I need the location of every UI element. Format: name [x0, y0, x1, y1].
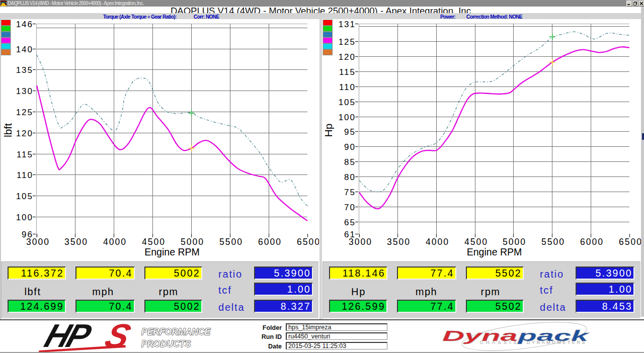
svg-text:Hp: Hp — [323, 124, 334, 137]
svg-text:100: 100 — [16, 213, 33, 222]
svg-text:110: 110 — [17, 170, 33, 180]
svg-text:4000: 4000 — [103, 237, 127, 247]
svg-text:70: 70 — [344, 203, 356, 212]
svg-text:110: 110 — [339, 82, 356, 92]
svg-text:6500: 6500 — [297, 237, 319, 247]
svg-text:Engine RPM: Engine RPM — [144, 246, 199, 257]
svg-text:115: 115 — [17, 150, 33, 159]
svg-text:146: 146 — [16, 20, 33, 29]
svg-text:125: 125 — [339, 37, 356, 47]
svg-text:5000: 5000 — [181, 237, 204, 247]
svg-text:5500: 5500 — [541, 237, 565, 247]
svg-text:4500: 4500 — [142, 237, 166, 247]
svg-text:DYNAMOMETERS: DYNAMOMETERS — [527, 340, 587, 345]
svg-text:120: 120 — [16, 129, 33, 138]
svg-text:125: 125 — [16, 108, 33, 117]
svg-text:115: 115 — [339, 67, 356, 77]
svg-text:100: 100 — [339, 113, 356, 122]
svg-text:120: 120 — [339, 52, 356, 62]
svg-text:85: 85 — [344, 157, 356, 167]
svg-text:131: 131 — [339, 20, 356, 29]
svg-text:80: 80 — [344, 172, 356, 182]
svg-text:CHASSIS: CHASSIS — [480, 340, 519, 345]
svg-text:PRODUCTS: PRODUCTS — [141, 339, 191, 349]
svg-text:90: 90 — [344, 142, 356, 152]
svg-text:105: 105 — [16, 192, 33, 201]
svg-text:Engine RPM: Engine RPM — [467, 246, 522, 257]
svg-text:4000: 4000 — [426, 237, 449, 247]
svg-text:140: 140 — [16, 45, 33, 54]
svg-text:135: 135 — [16, 65, 33, 75]
svg-text:4500: 4500 — [464, 237, 488, 247]
svg-text:6500: 6500 — [619, 237, 641, 247]
svg-text:PERFORMANCE: PERFORMANCE — [141, 327, 211, 337]
svg-text:5000: 5000 — [503, 237, 526, 247]
svg-text:6000: 6000 — [580, 237, 604, 247]
svg-text:130: 130 — [16, 86, 33, 96]
svg-text:lbft: lbft — [2, 123, 14, 137]
svg-text:95: 95 — [344, 127, 356, 137]
svg-text:3500: 3500 — [64, 237, 88, 247]
svg-text:3000: 3000 — [349, 237, 372, 247]
svg-text:3000: 3000 — [26, 237, 50, 247]
svg-text:5500: 5500 — [219, 237, 243, 247]
svg-text:65: 65 — [344, 218, 356, 227]
svg-text:6000: 6000 — [258, 237, 282, 247]
svg-text:75: 75 — [344, 188, 356, 197]
svg-text:3500: 3500 — [387, 237, 411, 247]
svg-text:105: 105 — [339, 98, 356, 107]
